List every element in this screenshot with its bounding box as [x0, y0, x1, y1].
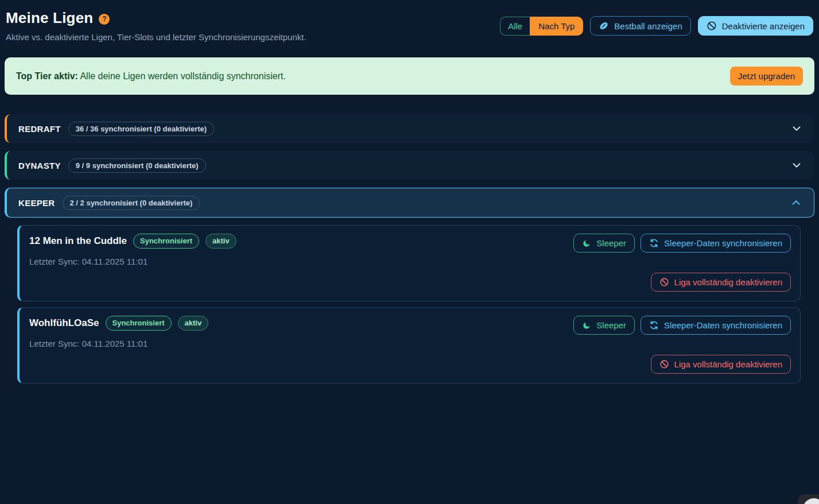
show-deactivated-label: Deaktivierte anzeigen: [722, 21, 805, 31]
sync-status-badge: Synchronisiert: [106, 316, 172, 331]
chat-widget[interactable]: [798, 494, 819, 504]
upgrade-button[interactable]: Jetzt upgraden: [730, 67, 803, 86]
deactivate-league-button[interactable]: Liga vollständig deaktivieren: [651, 273, 791, 292]
banner-text: Top Tier aktiv: Alle deine Ligen werden …: [16, 71, 286, 82]
accordion-dynasty-label: DYNASTY: [18, 161, 61, 170]
platform-label: Sleeper: [596, 320, 626, 330]
active-status-badge: aktiv: [178, 316, 209, 331]
sync-sleeper-data-label: Sleeper-Daten synchronisieren: [664, 320, 782, 330]
help-icon[interactable]: ?: [99, 14, 110, 25]
meine-ligen-page: Meine Ligen ? Aktive vs. deaktivierte Li…: [0, 0, 819, 504]
header-controls: Alle Nach Typ Bestball anzeigen Deaktivi…: [500, 16, 813, 36]
accordion-redraft-label: REDRAFT: [18, 124, 61, 134]
accordion-dynasty[interactable]: DYNASTY 9 / 9 synchronisiert (0 deaktivi…: [5, 151, 814, 180]
accordion-keeper-badge: 2 / 2 synchronisiert (0 deaktivierte): [63, 196, 200, 210]
last-sync-text: Letzter Sync: 04.11.2025 11:01: [29, 257, 791, 266]
banner-title: Top Tier aktiv:: [16, 71, 78, 81]
bestball-label: Bestball anzeigen: [614, 21, 682, 31]
chevron-up-icon: [790, 196, 802, 209]
chat-widget-avatar: [803, 498, 819, 504]
keeper-league-list: 12 Men in the Cuddle Synchronisiert akti…: [17, 225, 801, 383]
league-card: 12 Men in the Cuddle Synchronisiert akti…: [17, 225, 801, 301]
accordion-dynasty-badge: 9 / 9 synchronisiert (0 deaktivierte): [68, 158, 206, 173]
refresh-icon: [649, 320, 659, 330]
show-deactivated-button[interactable]: Deaktivierte anzeigen: [698, 16, 813, 36]
accordion-keeper-label: KEEPER: [18, 198, 55, 208]
league-card: WohlfühLOaSe Synchronisiert aktiv Sleepe…: [17, 307, 801, 383]
platform-label: Sleeper: [596, 238, 626, 248]
accordion-redraft-badge: 36 / 36 synchronisiert (0 deaktivierte): [68, 122, 214, 136]
chevron-down-icon: [790, 122, 803, 135]
page-subtitle: Aktive vs. deaktivierte Ligen, Tier-Slot…: [6, 32, 306, 42]
sync-sleeper-data-label: Sleeper-Daten synchronisieren: [664, 238, 782, 248]
deactivate-league-button[interactable]: Liga vollständig deaktivieren: [651, 355, 791, 374]
page-title: Meine Ligen: [6, 9, 93, 27]
accordion-redraft[interactable]: REDRAFT 36 / 36 synchronisiert (0 deakti…: [5, 114, 814, 143]
chevron-down-icon: [790, 159, 803, 172]
filter-all-button[interactable]: Alle: [500, 17, 530, 36]
header: Meine Ligen ? Aktive vs. deaktivierte Li…: [5, 9, 814, 42]
ban-icon: [659, 359, 669, 369]
refresh-icon: [649, 238, 659, 248]
filter-by-type-button[interactable]: Nach Typ: [530, 17, 583, 36]
ban-icon: [659, 277, 669, 287]
sync-status-badge: Synchronisiert: [133, 234, 199, 249]
accordion-keeper[interactable]: KEEPER 2 / 2 synchronisiert (0 deaktivie…: [5, 188, 814, 218]
platform-button[interactable]: Sleeper: [573, 234, 635, 253]
moon-icon: [582, 321, 591, 330]
active-status-badge: aktiv: [205, 234, 236, 249]
moon-icon: [582, 239, 591, 248]
deactivate-league-label: Liga vollständig deaktivieren: [674, 277, 782, 287]
football-icon: [599, 21, 609, 31]
banner-message: Alle deine Ligen werden vollständig sync…: [80, 71, 285, 81]
sync-sleeper-data-button[interactable]: Sleeper-Daten synchronisieren: [641, 234, 791, 253]
league-name: WohlfühLOaSe: [29, 317, 99, 329]
tier-status-banner: Top Tier aktiv: Alle deine Ligen werden …: [5, 57, 814, 95]
bestball-toggle-button[interactable]: Bestball anzeigen: [590, 16, 690, 36]
header-heading: Meine Ligen ? Aktive vs. deaktivierte Li…: [6, 9, 306, 42]
last-sync-text: Letzter Sync: 04.11.2025 11:01: [29, 339, 791, 348]
sync-sleeper-data-button[interactable]: Sleeper-Daten synchronisieren: [641, 316, 791, 335]
ban-icon: [707, 21, 717, 31]
platform-button[interactable]: Sleeper: [573, 316, 635, 335]
deactivate-league-label: Liga vollständig deaktivieren: [674, 359, 782, 369]
view-mode-toggle: Alle Nach Typ: [500, 17, 583, 36]
league-name: 12 Men in the Cuddle: [29, 235, 127, 247]
